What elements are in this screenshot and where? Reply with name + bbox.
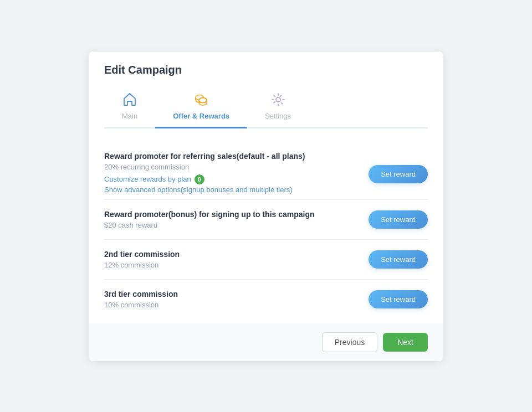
set-reward-btn-1[interactable]: Set reward	[369, 165, 428, 183]
customize-badge: 0	[195, 174, 204, 184]
svg-point-3	[276, 97, 280, 102]
reward-title-4: 3rd tier commission	[104, 290, 357, 298]
reward-title-1: Reward promoter for referring sales(defa…	[104, 152, 357, 161]
house-icon	[122, 92, 137, 110]
reward-sub-4: 10% commission	[104, 301, 357, 309]
tab-settings[interactable]: Settings	[247, 86, 309, 128]
reward-info-3: 2nd tier commission 12% commission	[104, 250, 357, 269]
reward-row-2: Reward promoter(bonus) for signing up to…	[104, 200, 428, 240]
reward-title-2: Reward promoter(bonus) for signing up to…	[104, 210, 357, 219]
reward-sub-1: 20% recurring commission	[104, 163, 357, 171]
set-reward-btn-3[interactable]: Set reward	[369, 250, 428, 269]
tab-main[interactable]: Main	[104, 86, 155, 128]
edit-campaign-card: Edit Campaign Main	[89, 51, 443, 361]
card-footer: Previous Next	[89, 323, 443, 361]
gear-icon	[270, 92, 286, 110]
advanced-options-link[interactable]: Show advanced options(signup bonuses and…	[104, 186, 357, 194]
coins-icon	[193, 92, 209, 110]
reward-info-1: Reward promoter for referring sales(defa…	[104, 152, 357, 197]
reward-row-4: 3rd tier commission 10% commission Set r…	[104, 280, 428, 319]
card-body: Reward promoter for referring sales(defa…	[89, 128, 443, 319]
reward-row-1: Reward promoter for referring sales(defa…	[104, 142, 428, 200]
tab-main-label: Main	[122, 112, 137, 120]
reward-row-3: 2nd tier commission 12% commission Set r…	[104, 240, 428, 280]
tabs: Main Offer & Rewards	[104, 86, 428, 128]
previous-button[interactable]: Previous	[322, 332, 377, 352]
tab-settings-label: Settings	[265, 112, 291, 120]
reward-sub-2: $20 cash reward	[104, 221, 357, 229]
tab-offer-rewards-label: Offer & Rewards	[173, 112, 229, 120]
tab-offer-rewards[interactable]: Offer & Rewards	[155, 86, 247, 128]
reward-meta-1: Customize rewards by plan 0	[104, 174, 357, 184]
set-reward-btn-2[interactable]: Set reward	[369, 210, 428, 229]
reward-info-4: 3rd tier commission 10% commission	[104, 290, 357, 309]
reward-info-2: Reward promoter(bonus) for signing up to…	[104, 210, 357, 229]
card-header: Edit Campaign Main	[89, 51, 443, 128]
card-title: Edit Campaign	[104, 64, 428, 76]
customize-link[interactable]: Customize rewards by plan	[104, 175, 191, 183]
set-reward-btn-4[interactable]: Set reward	[369, 290, 428, 308]
next-button[interactable]: Next	[383, 333, 428, 352]
reward-title-3: 2nd tier commission	[104, 250, 357, 259]
reward-sub-3: 12% commission	[104, 261, 357, 269]
